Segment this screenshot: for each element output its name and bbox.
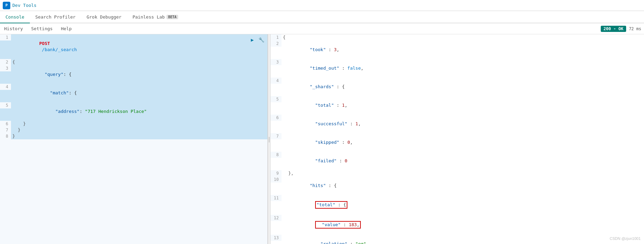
settings-nav[interactable]: Settings: [30, 26, 54, 31]
table-row: 6 }: [0, 121, 267, 127]
main-content: 1 POST /bank/_search ▶ 🔧 2 { 3 "que: [0, 34, 644, 244]
table-row: 8 "failed" : 0: [271, 152, 644, 170]
editor-toolbar: ▶ 🔧: [249, 36, 265, 43]
left-panel: 1 POST /bank/_search ▶ 🔧 2 { 3 "que: [0, 34, 268, 244]
table-row: 5 "total" : 1,: [271, 96, 644, 115]
table-row: 10 "hits" : {: [271, 176, 644, 195]
table-row: 7 "skipped" : 0,: [271, 133, 644, 152]
top-bar: P Dev Tools: [0, 0, 644, 11]
status-container: 200 - OK 72 ms: [601, 26, 641, 32]
nav-tabs: Console Search Profiler Grok Debugger Pa…: [0, 11, 644, 23]
table-row: 7 }: [0, 127, 267, 133]
time-badge: 72 ms: [629, 26, 641, 31]
help-nav[interactable]: Help: [59, 26, 73, 31]
table-row: 13 "relation" : "eq": [271, 235, 644, 244]
beta-badge: BETA: [166, 15, 178, 19]
table-row: 1 POST /bank/_search ▶ 🔧: [0, 34, 267, 59]
tab-painless-lab[interactable]: Painless Lab BETA: [127, 11, 184, 23]
table-row: 6 "successful" : 1,: [271, 115, 644, 133]
table-row: 4 "_shards" : {: [271, 78, 644, 96]
run-icon[interactable]: ▶: [249, 36, 256, 43]
table-row: 3 "timed_out" : false,: [271, 59, 644, 78]
tab-console[interactable]: Console: [0, 11, 30, 23]
highlight-box: "value" : 183,: [315, 221, 361, 229]
tab-grok-debugger[interactable]: Grok Debugger: [81, 11, 127, 23]
history-nav[interactable]: History: [3, 26, 24, 31]
resize-handle[interactable]: |: [268, 34, 271, 244]
right-panel[interactable]: 1 { 2 "took" : 3, 3 "timed_out" : false,…: [271, 34, 644, 244]
table-row: 8 }: [0, 133, 267, 139]
table-row: 2 {: [0, 59, 267, 65]
table-row: 1 {: [271, 34, 644, 40]
watermark: CSDN @zjun1001: [610, 236, 641, 241]
kibana-logo: P: [3, 2, 10, 9]
code-editor[interactable]: 1 POST /bank/_search ▶ 🔧 2 { 3 "que: [0, 34, 267, 244]
table-row: 9 },: [271, 170, 644, 176]
table-row: 2 "took" : 3,: [271, 40, 644, 59]
table-row: 3 "query": {: [0, 65, 267, 84]
highlight-box: "total" : {: [315, 201, 347, 209]
devtools-label[interactable]: Dev Tools: [12, 3, 36, 8]
second-nav: History Settings Help 200 - OK 72 ms: [0, 23, 644, 34]
table-row: 4 "match": {: [0, 84, 267, 102]
table-row: 5 "address": "717 Hendrickson Place": [0, 102, 267, 121]
url-text: /bank/_search: [39, 47, 77, 52]
status-badge: 200 - OK: [601, 26, 626, 32]
wrench-icon[interactable]: 🔧: [258, 36, 265, 43]
http-method: POST: [39, 41, 50, 46]
table-row: 11 "total" : {: [271, 195, 644, 215]
tab-search-profiler[interactable]: Search Profiler: [30, 11, 81, 23]
table-row: 12 "value" : 183,: [271, 215, 644, 235]
